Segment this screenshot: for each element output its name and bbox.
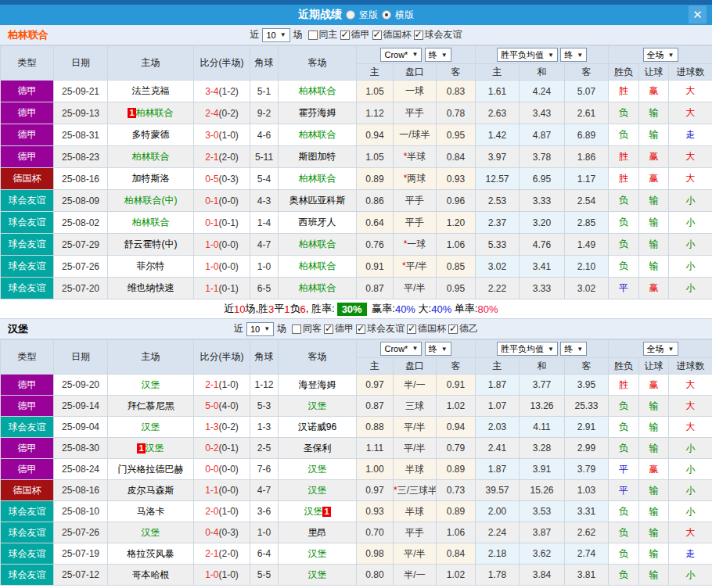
odds-company-select[interactable]: Crow*▼ — [380, 342, 422, 356]
result-let: 输 — [639, 234, 669, 256]
match-date: 25-09-21 — [54, 81, 108, 102]
away-team: 柏林联合 — [279, 168, 357, 190]
filter-checkbox-item[interactable]: 同客 — [292, 322, 322, 335]
home-team-name: 柏林联合(中) — [124, 195, 178, 206]
halftime-score: (0-3) — [219, 174, 239, 185]
match-count-select[interactable]: 10 ▼ — [246, 322, 274, 336]
filter-label: 球会友谊 — [425, 28, 462, 41]
match-score: 2-1(2-0) — [194, 543, 250, 565]
home-team: 法兰克福 — [108, 81, 194, 102]
col-avg-win: 主 — [476, 64, 520, 81]
checkbox-icon[interactable] — [340, 30, 350, 40]
halftime-score: (1-0) — [219, 379, 239, 390]
filter-checkbox-item[interactable]: 德国杯 — [407, 322, 446, 335]
col-odds-away: 客 — [437, 64, 476, 81]
filter-checkbox-item[interactable]: 德甲 — [340, 28, 370, 41]
corner-score: 7-6 — [250, 459, 279, 480]
match-score: 0-1(0-1) — [194, 212, 250, 234]
checkbox-icon[interactable] — [372, 30, 382, 40]
match-date: 25-08-24 — [54, 459, 108, 480]
scope-select[interactable]: 全场▼ — [643, 342, 678, 356]
avg-draw-value: 3.53 — [520, 501, 565, 522]
odds-home-value: 0.76 — [357, 234, 394, 256]
away-team-name: 汉堡 — [308, 400, 327, 411]
result-goals: 大 — [669, 168, 712, 190]
match-date: 25-08-02 — [54, 212, 108, 234]
avg-type-value: 胜平负均值 — [501, 49, 544, 61]
layout-horizontal-radio[interactable] — [382, 10, 391, 20]
checkbox-icon[interactable] — [356, 324, 365, 334]
checkbox-icon[interactable] — [448, 324, 458, 334]
filter-checkbox-item[interactable]: 同主 — [308, 28, 338, 41]
page-title: 近期战绩 — [298, 8, 342, 22]
fulltime-score: 0-4 — [205, 527, 218, 538]
odds-stage-select[interactable]: 终▼ — [425, 342, 451, 356]
close-icon[interactable]: ✕ — [689, 5, 707, 23]
checkbox-icon[interactable] — [292, 324, 301, 334]
avg-lose-value: 1.03 — [565, 480, 609, 501]
col-avg-lose: 客 — [565, 64, 609, 81]
avg-draw-value: 3.62 — [520, 543, 565, 565]
avg-stage-select[interactable]: 终▼ — [560, 48, 587, 62]
league-type-badge: 球会友谊 — [1, 212, 54, 234]
scope-select[interactable]: 全场▼ — [643, 48, 678, 62]
home-team: 哥本哈根 — [108, 565, 194, 586]
filter-checkbox-item[interactable]: 德乙 — [448, 322, 478, 335]
col-away: 客场 — [279, 340, 357, 375]
away-team-name: 汉堡 — [308, 485, 327, 496]
avg-lose-value: 3.31 — [565, 501, 609, 522]
checkbox-icon[interactable] — [308, 30, 318, 40]
layout-vertical-label[interactable]: 竖版 — [359, 9, 378, 22]
handicap-value: 一/球半 — [394, 124, 437, 146]
avg-type-select[interactable]: 胜平负均值▼ — [497, 48, 558, 62]
avg-type-select[interactable]: 胜平负均值▼ — [497, 342, 558, 356]
avg-win-value: 5.33 — [476, 234, 520, 256]
filter-checkbox-item[interactable]: 球会友谊 — [356, 322, 405, 335]
summary-segment: 场,胜 — [245, 302, 268, 316]
halftime-score: (4-0) — [219, 400, 239, 411]
odds-company-select[interactable]: Crow*▼ — [380, 48, 422, 62]
table-row: 球会友谊 25-08-02 柏林联合 0-1(0-1) 1-4 西班牙人 0.6… — [1, 212, 712, 234]
halftime-score: (1-0) — [219, 130, 239, 141]
filter-checkbox-item[interactable]: 球会友谊 — [414, 28, 462, 41]
layout-vertical-radio[interactable] — [346, 10, 355, 20]
match-date: 25-08-30 — [54, 438, 108, 459]
halftime-score: (1-0) — [219, 506, 239, 517]
avg-stage-select[interactable]: 终▼ — [560, 342, 587, 356]
halftime-score: (0-2) — [219, 108, 239, 119]
avg-group-header: 胜平负均值▼ 终▼ — [476, 340, 609, 358]
match-count-select[interactable]: 10 ▼ — [262, 28, 289, 42]
checkbox-icon[interactable] — [324, 324, 333, 334]
checkbox-icon[interactable] — [414, 30, 423, 40]
match-score: 0-2(0-1) — [194, 438, 250, 459]
chevron-down-icon: ▼ — [412, 345, 418, 352]
handicap-text: 一/球半 — [399, 129, 430, 140]
filter-checkbox-item[interactable]: 德甲 — [324, 322, 354, 335]
odds-stage-select[interactable]: 终▼ — [425, 48, 451, 62]
odds-away-value: 0.96 — [437, 190, 476, 212]
corner-score: 1-4 — [250, 212, 279, 234]
fulltime-score: 1-0 — [205, 261, 218, 272]
home-team-name: 拜仁慕尼黑 — [128, 400, 174, 411]
odds-group-header: Crow*▼ 终▼ — [357, 340, 476, 358]
checkbox-icon[interactable] — [407, 324, 416, 334]
match-score: 1-1(0-1) — [194, 278, 250, 299]
avg-win-value: 2.63 — [476, 102, 520, 124]
result-goals: 小 — [669, 234, 712, 256]
filter-checkbox-item[interactable]: 德国杯 — [372, 28, 412, 41]
corner-score: 5-1 — [250, 81, 279, 102]
avg-win-value: 1.87 — [476, 375, 520, 396]
home-team-name: 格拉茨风暴 — [128, 548, 174, 559]
odds-away-value: 0.79 — [437, 438, 476, 459]
corner-score: 5-11 — [250, 146, 279, 168]
avg-win-value: 2.41 — [476, 438, 520, 459]
league-type-badge: 球会友谊 — [1, 543, 54, 565]
table-row: 德国杯 25-08-16 皮尔马森斯 1-1(0-0) 4-7 汉堡 0.97 … — [1, 480, 712, 501]
chevron-down-icon: ▼ — [441, 346, 448, 353]
avg-lose-value: 3.81 — [565, 565, 609, 586]
league-type-badge: 德甲 — [1, 459, 54, 480]
chevron-down-icon: ▼ — [548, 52, 554, 59]
corner-score: 3-6 — [250, 501, 279, 522]
home-team-name: 柏林联合 — [132, 217, 170, 228]
layout-horizontal-label[interactable]: 横版 — [395, 9, 414, 22]
